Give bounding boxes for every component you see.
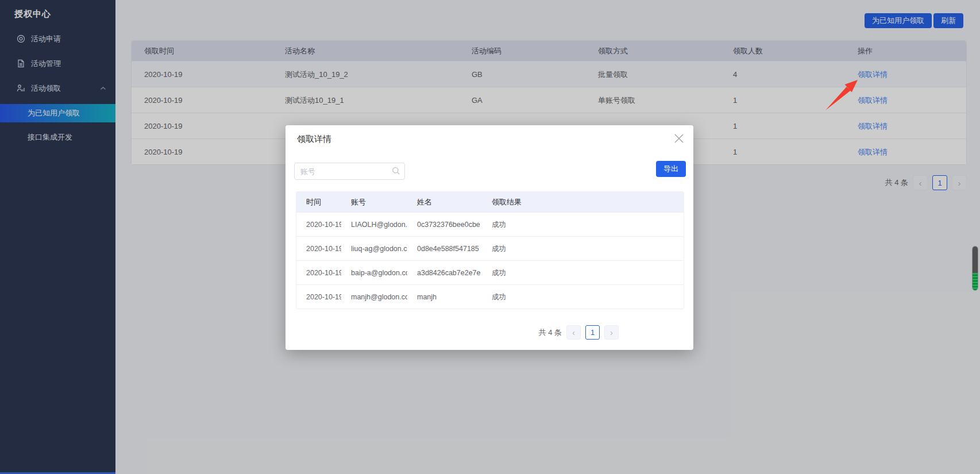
account-search-field	[294, 163, 405, 180]
cell-username: manjh	[407, 285, 482, 309]
cell-result: 成功	[482, 261, 684, 284]
col-account: 账号	[341, 192, 407, 212]
next-page-button[interactable]: ›	[604, 325, 619, 340]
cell-account: liuq-ag@glodon.com	[341, 237, 407, 260]
cell-result: 成功	[482, 285, 684, 309]
modal-table-row: 2020-10-19 liuq-ag@glodon.com 0d8e4e588f…	[296, 236, 684, 260]
col-result: 领取结果	[482, 192, 684, 212]
account-search-input[interactable]	[294, 163, 405, 180]
modal-table-row: 2020-10-19 baip-a@glodon.com a3d8426cab7…	[296, 260, 684, 284]
col-time: 时间	[296, 192, 341, 212]
prev-page-button[interactable]: ‹	[566, 325, 581, 340]
cell-time: 2020-10-19	[296, 237, 341, 260]
cell-time: 2020-10-19	[296, 213, 341, 236]
total-count-label: 共 4 条	[539, 327, 562, 338]
claim-detail-table: 时间 账号 姓名 领取结果 2020-10-19 LIAOLH@glodon.c…	[296, 191, 684, 309]
cell-username: 0d8e4e588f547185	[407, 237, 482, 260]
search-icon[interactable]	[392, 167, 400, 177]
scrollbar-thumb[interactable]	[972, 246, 978, 291]
cell-username: a3d8426cab7e2e7e	[407, 261, 482, 284]
cell-time: 2020-10-19	[296, 261, 341, 284]
modal-pagination: 共 4 条 ‹ 1 ›	[539, 325, 619, 340]
cell-username: 0c3732376bee0cbe	[407, 213, 482, 236]
close-icon[interactable]	[672, 131, 686, 146]
current-page-button[interactable]: 1	[585, 325, 600, 340]
modal-table-row: 2020-10-19 LIAOLH@glodon.com 0c3732376be…	[296, 212, 684, 236]
cell-account: LIAOLH@glodon.com	[341, 213, 407, 236]
cell-time: 2020-10-19	[296, 285, 341, 309]
modal-title: 领取详情	[297, 134, 331, 145]
col-username: 姓名	[407, 192, 482, 212]
export-button[interactable]: 导出	[656, 161, 686, 177]
modal-table-row: 2020-10-19 manjh@glodon.com manjh 成功	[296, 284, 684, 309]
cell-account: manjh@glodon.com	[341, 285, 407, 309]
claim-detail-modal: 领取详情 导出 时间 账号 姓名 领取结果 2020-10-19 LIAOLH@…	[285, 125, 693, 350]
cell-account: baip-a@glodon.com	[341, 261, 407, 284]
modal-table-header-row: 时间 账号 姓名 领取结果	[296, 192, 684, 212]
cell-result: 成功	[482, 237, 684, 260]
cell-result: 成功	[482, 213, 684, 236]
